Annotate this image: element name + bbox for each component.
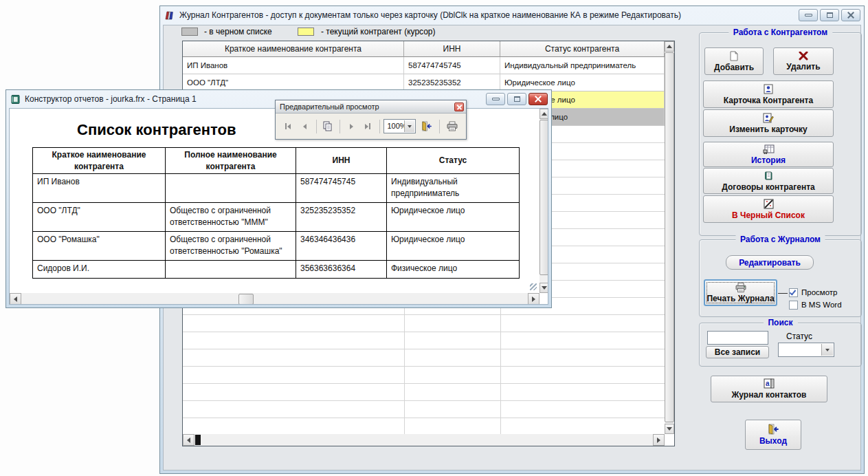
contragent-card-button[interactable]: Карточка Контрагента xyxy=(703,80,834,108)
contacts-journal-label: Журнал контактов xyxy=(732,390,807,400)
report-header-cell: Краткое наименование контрагента xyxy=(33,148,166,174)
status-dropdown[interactable] xyxy=(778,343,834,357)
delete-x-icon xyxy=(799,52,808,61)
minimize-icon xyxy=(805,14,812,17)
grid-header-inn[interactable]: ИНН xyxy=(404,41,500,57)
print-button[interactable] xyxy=(444,118,460,135)
blacklist-button[interactable]: В Черный Список xyxy=(703,195,834,223)
close-icon xyxy=(847,12,854,19)
last-page-button[interactable] xyxy=(361,118,375,135)
history-label: История xyxy=(751,155,786,165)
grid-hscrollbar[interactable] xyxy=(183,434,665,446)
report-close-button[interactable] xyxy=(528,93,548,105)
resize-grip[interactable] xyxy=(530,283,537,290)
arrow-right-icon xyxy=(365,124,368,129)
search-group-label: Поиск xyxy=(763,318,797,327)
dropdown-button[interactable] xyxy=(821,344,833,356)
contracts-button[interactable]: Договоры контрагента xyxy=(703,168,834,194)
zoom-combo[interactable]: 100% xyxy=(383,119,416,133)
exit-label: Выход xyxy=(759,436,787,446)
maximize-icon xyxy=(827,12,833,18)
address-book-icon: a xyxy=(764,378,775,389)
preview-checkbox[interactable] xyxy=(789,288,798,297)
report-minimize-button[interactable] xyxy=(486,93,505,105)
report-header-cell: Полное наименование контрагента xyxy=(166,148,296,174)
notebook-icon xyxy=(10,94,21,105)
journal-titlebar[interactable]: Журнал Контрагентов - доступ к документа… xyxy=(160,6,864,24)
arrow-left-icon xyxy=(303,124,307,129)
exit-door-icon xyxy=(767,424,779,435)
next-page-button[interactable] xyxy=(344,118,359,135)
scroll-left-button[interactable] xyxy=(10,293,21,305)
history-icon xyxy=(763,144,775,154)
preview-titlebar[interactable]: Предварительный просмотр xyxy=(276,100,466,113)
report-vscroll-thumb[interactable] xyxy=(539,120,548,275)
grid-header-status[interactable]: Статус контрагента xyxy=(500,41,665,57)
print-journal-button[interactable]: Печать Журнала xyxy=(704,279,777,306)
scroll-right-button[interactable] xyxy=(653,434,665,446)
report-header-cell: ИНН xyxy=(296,148,387,174)
msword-checkbox[interactable] xyxy=(789,301,798,310)
report-cell: 587474745745 xyxy=(296,174,387,203)
blacklist-legend-label: - в черном списке xyxy=(204,27,272,36)
contragent-group-label: Работа с Контрагентом xyxy=(728,28,832,37)
report-cell: 325235235352 xyxy=(296,203,387,232)
current-swatch xyxy=(298,28,314,36)
close-button[interactable] xyxy=(841,9,860,21)
blacklist-swatch xyxy=(181,28,198,36)
preview-title: Предварительный просмотр xyxy=(280,102,379,111)
preview-checkbox-label[interactable]: Просмотр xyxy=(801,288,838,296)
cell-inn: 587474745745 xyxy=(404,57,500,74)
edit-journal-button[interactable]: Редактировать xyxy=(726,255,814,270)
report-hscrollbar[interactable] xyxy=(10,293,539,305)
all-records-button[interactable]: Все записи xyxy=(706,346,769,358)
report-cell: ИП Иванов xyxy=(33,174,166,203)
table-row[interactable]: ИП Иванов 587474745745 Индивидуальный пр… xyxy=(183,57,665,74)
preview-toolbar-window: Предварительный просмотр 100% xyxy=(275,100,467,140)
report-title: Конструктор отчетов - jourka.frx - Стран… xyxy=(25,94,197,104)
report-maximize-button[interactable] xyxy=(507,93,526,105)
report-row: ООО "ЛТД" Общество с ограниченной ответс… xyxy=(33,203,520,232)
report-cell: 356363636364 xyxy=(296,261,387,279)
scroll-right-button[interactable] xyxy=(528,293,539,305)
contacts-journal-button[interactable]: a Журнал контактов xyxy=(711,376,827,402)
close-preview-button[interactable] xyxy=(418,118,434,135)
bar-icon xyxy=(285,123,287,129)
arrow-right-icon xyxy=(657,437,660,443)
exit-button[interactable]: Выход xyxy=(745,420,801,450)
scroll-up-button[interactable] xyxy=(665,41,674,52)
edit-card-button[interactable]: Изменить карточку xyxy=(703,109,834,137)
maximize-button[interactable] xyxy=(820,9,839,21)
edit-journal-label: Редактировать xyxy=(739,258,801,268)
report-cell: ООО "Ромашка" xyxy=(33,232,166,261)
history-button[interactable]: История xyxy=(703,142,834,167)
grid-header-name[interactable]: Краткое наименование контрагента xyxy=(183,41,404,57)
scroll-down-button[interactable] xyxy=(539,283,548,293)
minimize-button[interactable] xyxy=(799,9,818,21)
report-row: ООО "Ромашка" Общество с ограниченной от… xyxy=(33,232,520,261)
arrow-right-icon xyxy=(350,124,353,129)
close-icon xyxy=(535,96,542,102)
person-edit-icon xyxy=(763,113,774,123)
zoom-dropdown-button[interactable] xyxy=(404,120,414,132)
report-hscroll-thumb[interactable] xyxy=(238,294,254,305)
grid-hscroll-thumb[interactable] xyxy=(195,435,201,445)
pages-button[interactable] xyxy=(321,118,335,135)
preview-close-button[interactable] xyxy=(454,102,464,111)
scroll-left-button[interactable] xyxy=(183,434,194,446)
delete-button[interactable]: Удалить xyxy=(773,47,834,75)
scroll-up-button[interactable] xyxy=(539,109,548,119)
grid-vscroll-thumb[interactable] xyxy=(665,52,674,422)
prev-page-button[interactable] xyxy=(298,118,312,135)
report-row: Сидоров И.И. 356363636364 Физическое лиц… xyxy=(33,261,520,279)
print-journal-label: Печать Журнала xyxy=(706,294,774,303)
first-page-button[interactable] xyxy=(281,118,296,135)
report-cell: Общество с ограниченной ответственностью… xyxy=(166,203,296,232)
search-input[interactable] xyxy=(707,331,768,345)
msword-checkbox-label[interactable]: В MS Word xyxy=(801,301,842,309)
arrow-left-icon xyxy=(14,296,17,302)
add-button[interactable]: Добавить xyxy=(704,47,764,75)
chevron-down-icon xyxy=(408,125,412,128)
report-header-cell: Статус xyxy=(387,148,520,174)
scroll-down-button[interactable] xyxy=(665,424,674,434)
